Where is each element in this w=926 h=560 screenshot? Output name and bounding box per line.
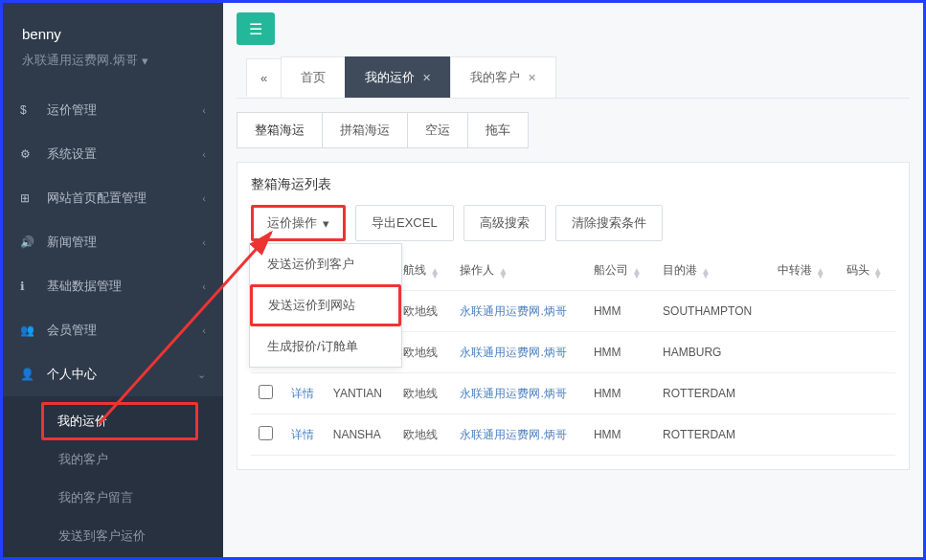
caret-down-icon: ▾ <box>142 54 148 68</box>
main-area: ☰ « 首页 我的运价✕ 我的客户✕ 整箱海运 拼箱海运 空运 拖车 整箱海运列… <box>223 3 923 557</box>
menu-send-to-website[interactable]: 发送运价到网站 <box>250 284 401 326</box>
cell-dock <box>839 414 895 456</box>
close-icon[interactable]: ✕ <box>422 72 431 84</box>
col-dock[interactable]: 码头▲▼ <box>839 251 895 291</box>
operator-link[interactable]: 永联通用运费网.炳哥 <box>460 304 566 318</box>
nav-personal[interactable]: 👤个人中心⌄ <box>3 352 223 396</box>
subnav-send-freight[interactable]: 发送到客户运价 <box>3 517 223 555</box>
sort-icon: ▲▼ <box>701 268 711 278</box>
row-checkbox[interactable] <box>259 385 273 399</box>
cell-transit <box>770 291 839 332</box>
operator-link[interactable]: 永联通用运费网.炳哥 <box>460 387 566 400</box>
panel-title: 整箱海运列表 <box>251 176 895 193</box>
tab-my-freight[interactable]: 我的运价✕ <box>345 56 451 98</box>
sort-icon: ▲▼ <box>498 268 508 278</box>
cell-pol: YANTIAN <box>326 373 396 414</box>
freight-action-dropdown[interactable]: 运价操作▾ <box>251 205 346 241</box>
cell-dest: ROTTERDAM <box>655 373 770 414</box>
cell-pol: NANSHA <box>326 414 396 456</box>
caret-down-icon: ▾ <box>323 216 329 231</box>
operator-link[interactable]: 永联通用运费网.炳哥 <box>460 346 566 359</box>
cell-dock <box>839 332 895 373</box>
nav-freight[interactable]: $运价管理‹ <box>3 88 223 132</box>
users-icon: 👥 <box>20 324 35 337</box>
detail-link[interactable]: 详情 <box>291 428 314 441</box>
cell-dock <box>839 373 895 414</box>
sidebar: benny 永联通用运费网.炳哥 ▾ $运价管理‹ ⚙系统设置‹ ⊞网站首页配置… <box>3 3 223 557</box>
brand-block: benny 永联通用运费网.炳哥 ▾ <box>3 3 223 88</box>
menu-generate-quote[interactable]: 生成报价/订舱单 <box>250 326 401 367</box>
chevron-left-icon: ‹ <box>202 148 206 160</box>
cell-route: 欧地线 <box>395 291 452 332</box>
chevron-down-icon: ⌄ <box>197 369 206 381</box>
sort-icon: ▲▼ <box>430 268 440 278</box>
chevron-left-icon: ‹ <box>202 325 206 336</box>
cell-dest: SOUTHAMPTON <box>655 291 770 332</box>
nav-basedata[interactable]: ℹ基础数据管理‹ <box>3 264 223 308</box>
nav-system[interactable]: ⚙系统设置‹ <box>3 132 223 176</box>
subnav-my-freight[interactable]: 我的运价 <box>41 402 198 440</box>
operator-link[interactable]: 永联通用运费网.炳哥 <box>460 428 566 441</box>
subnav-list: 我的运价 我的客户 我的客户留言 发送到客户运价 <box>3 396 223 560</box>
cell-transit <box>770 373 839 414</box>
nav-members[interactable]: 👥会员管理‹ <box>3 308 223 352</box>
chevron-left-icon: ‹ <box>202 236 206 248</box>
gear-icon: ⚙ <box>20 147 35 161</box>
clear-search-button[interactable]: 清除搜索条件 <box>555 205 663 241</box>
tabs-back-button[interactable]: « <box>246 58 282 97</box>
cell-route: 欧地线 <box>395 414 452 456</box>
tab-home[interactable]: 首页 <box>281 56 346 98</box>
detail-link[interactable]: 详情 <box>291 387 314 400</box>
table-row: 详情YANTIAN欧地线永联通用运费网.炳哥HMMROTTERDAM <box>251 373 895 414</box>
double-chevron-left-icon: « <box>260 71 267 85</box>
brand-name: benny <box>22 26 204 42</box>
tab-my-customers[interactable]: 我的客户✕ <box>450 56 556 98</box>
grid-icon: ⊞ <box>20 191 35 205</box>
cell-transit <box>770 332 839 373</box>
dollar-icon: $ <box>20 103 35 117</box>
speaker-icon: 🔊 <box>20 235 35 249</box>
cell-dock <box>839 291 895 332</box>
chevron-left-icon: ‹ <box>202 280 206 292</box>
content-area: 整箱海运 拼箱海运 空运 拖车 整箱海运列表 运价操作▾ 导出EXCEL 高级搜… <box>223 99 923 557</box>
topbar: ☰ « 首页 我的运价✕ 我的客户✕ <box>223 3 923 99</box>
col-carrier[interactable]: 船公司▲▼ <box>586 251 655 291</box>
brand-subtitle[interactable]: 永联通用运费网.炳哥 ▾ <box>22 52 204 69</box>
cell-dest: HAMBURG <box>655 332 770 373</box>
info-icon: ℹ <box>20 280 35 293</box>
shiptab-fcl[interactable]: 整箱海运 <box>237 112 323 148</box>
cell-carrier: HMM <box>586 373 655 414</box>
row-checkbox[interactable] <box>259 426 273 440</box>
col-operator[interactable]: 操作人▲▼ <box>452 251 586 291</box>
col-route[interactable]: 航线▲▼ <box>395 251 452 291</box>
action-bar: 运价操作▾ 导出EXCEL 高级搜索 清除搜索条件 发送运价到客户 发送运价到网… <box>251 205 895 241</box>
shiptab-air[interactable]: 空运 <box>407 112 468 148</box>
cell-transit <box>770 414 839 456</box>
shiptab-truck[interactable]: 拖车 <box>467 112 529 148</box>
export-excel-button[interactable]: 导出EXCEL <box>355 205 454 241</box>
sort-icon: ▲▼ <box>632 268 642 278</box>
col-transit[interactable]: 中转港▲▼ <box>770 251 839 291</box>
close-icon[interactable]: ✕ <box>528 72 536 84</box>
subnav-my-customers[interactable]: 我的客户 <box>3 440 223 479</box>
sort-icon: ▲▼ <box>816 268 825 278</box>
hamburger-button[interactable]: ☰ <box>237 12 275 45</box>
cell-carrier: HMM <box>586 332 655 373</box>
nav-homepage-config[interactable]: ⊞网站首页配置管理‹ <box>3 176 223 220</box>
col-dest[interactable]: 目的港▲▼ <box>655 251 770 291</box>
chevron-left-icon: ‹ <box>202 192 206 204</box>
cell-route: 欧地线 <box>395 332 452 373</box>
shiptab-lcl[interactable]: 拼箱海运 <box>322 112 408 148</box>
subnav-customer-messages[interactable]: 我的客户留言 <box>3 479 223 517</box>
chevron-left-icon: ‹ <box>202 104 206 116</box>
menu-icon: ☰ <box>249 20 262 38</box>
advanced-search-button[interactable]: 高级搜索 <box>463 205 546 241</box>
cell-dest: ROTTERDAM <box>655 414 770 456</box>
cell-route: 欧地线 <box>395 373 452 414</box>
ship-type-tabs: 整箱海运 拼箱海运 空运 拖车 <box>237 112 910 148</box>
nav-list: $运价管理‹ ⚙系统设置‹ ⊞网站首页配置管理‹ 🔊新闻管理‹ ℹ基础数据管理‹… <box>3 88 223 396</box>
menu-send-to-customer[interactable]: 发送运价到客户 <box>250 244 401 284</box>
cell-carrier: HMM <box>586 291 655 332</box>
nav-news[interactable]: 🔊新闻管理‹ <box>3 220 223 264</box>
cell-carrier: HMM <box>586 414 655 456</box>
